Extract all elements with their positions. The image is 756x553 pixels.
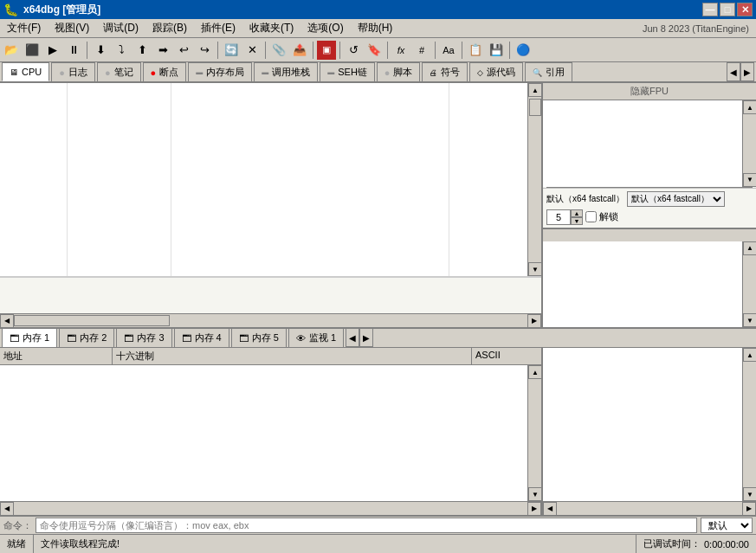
disasm-view[interactable]: ▲ ▼ xyxy=(0,83,541,277)
tb-run-to-ret[interactable]: ↩ xyxy=(174,41,193,60)
tb-attach[interactable]: 📎 xyxy=(269,41,288,60)
mem-hscroll-right[interactable]: ▶ xyxy=(527,502,541,516)
mem-scroll-track[interactable] xyxy=(528,379,541,487)
tab-mem4[interactable]: 🗔 内存 4 xyxy=(174,328,229,347)
arg-count-input[interactable] xyxy=(546,209,571,225)
hscroll-thumb[interactable] xyxy=(14,315,170,326)
tab-mem5[interactable]: 🗔 内存 5 xyxy=(231,328,287,347)
tab-watch1[interactable]: 👁 监视 1 xyxy=(288,328,344,347)
unlock-checkbox[interactable] xyxy=(585,211,597,222)
arg-spinbox[interactable]: ▲ ▼ xyxy=(546,209,583,225)
tb-copy[interactable]: 📋 xyxy=(466,41,485,60)
menu-view[interactable]: 视图(V) xyxy=(48,19,96,37)
stack-right-vscroll[interactable]: ▲ ▼ xyxy=(742,348,756,501)
stack-scroll-down[interactable]: ▼ xyxy=(743,313,756,327)
tab-cpu[interactable]: 🖥 CPU xyxy=(2,62,49,81)
tab-mem1[interactable]: 🗔 内存 1 xyxy=(2,328,57,347)
hscroll-right-btn[interactable]: ▶ xyxy=(527,314,541,328)
tb-step-out[interactable]: ⬆ xyxy=(132,41,152,60)
stack-right-down[interactable]: ▼ xyxy=(743,487,756,501)
mem-scroll-up[interactable]: ▲ xyxy=(528,365,542,379)
vscroll-down-btn[interactable]: ▼ xyxy=(528,262,541,276)
addr-column[interactable] xyxy=(0,83,68,276)
tb-close[interactable]: ✕ xyxy=(242,41,262,60)
stack-hscroll-right[interactable]: ▶ xyxy=(742,502,756,516)
tb-bookmark[interactable]: 🔖 xyxy=(365,41,384,60)
stack-vscrollbar[interactable]: ▲ ▼ xyxy=(742,241,756,328)
mem-content[interactable] xyxy=(0,365,527,501)
tab-nav-right[interactable]: ▶ xyxy=(740,62,754,81)
reg-vscrollbar[interactable]: ▲ ▼ xyxy=(742,100,756,187)
stack-right-up[interactable]: ▲ xyxy=(743,348,756,362)
menu-trace[interactable]: 跟踪(B) xyxy=(145,19,194,37)
stack-right-track[interactable] xyxy=(743,362,756,487)
stack-values[interactable] xyxy=(543,241,742,328)
tb-settings[interactable]: 🔵 xyxy=(514,41,533,60)
tb-run[interactable]: ▶ xyxy=(43,41,62,60)
stack-hscroll[interactable]: ◀ ▶ xyxy=(543,501,756,515)
tb-pause[interactable]: ⏸ xyxy=(64,41,83,60)
maximize-button[interactable]: □ xyxy=(720,3,735,16)
tb-refresh[interactable]: ↺ xyxy=(344,41,363,60)
mem-hscroll-left[interactable]: ◀ xyxy=(0,502,14,516)
tb-stop[interactable]: ⬛ xyxy=(23,41,42,60)
stack-scroll-track[interactable] xyxy=(743,255,756,314)
tb-hash[interactable]: # xyxy=(412,41,431,60)
bottom-tab-nav-left[interactable]: ◀ xyxy=(346,328,359,347)
comment-column[interactable] xyxy=(449,83,527,276)
tb-back[interactable]: ↪ xyxy=(195,41,214,60)
mem-vscrollbar[interactable]: ▲ ▼ xyxy=(527,365,541,501)
tab-mem3[interactable]: 🗔 内存 3 xyxy=(116,328,171,347)
menu-file[interactable]: 文件(F) xyxy=(0,19,48,37)
tb-open[interactable]: 📂 xyxy=(2,41,21,60)
stack-hscroll-left[interactable]: ◀ xyxy=(543,502,557,516)
menu-favorites[interactable]: 收藏夹(T) xyxy=(242,19,300,37)
tb-detach[interactable]: 📤 xyxy=(290,41,309,60)
menu-options[interactable]: 选项(O) xyxy=(300,19,350,37)
hscroll-left-btn[interactable]: ◀ xyxy=(0,314,14,328)
menu-plugins[interactable]: 插件(E) xyxy=(194,19,242,37)
tab-script[interactable]: ● 脚本 xyxy=(377,62,421,81)
tab-symbols[interactable]: 🖨 符号 xyxy=(422,62,468,81)
tab-refs[interactable]: 🔍 引用 xyxy=(525,62,572,81)
bottom-tab-nav-right[interactable]: ▶ xyxy=(359,328,373,347)
cmd-input[interactable] xyxy=(36,518,697,533)
tb-fx[interactable]: fx xyxy=(391,41,410,60)
vscroll-thumb[interactable] xyxy=(529,99,541,116)
spinbox-up[interactable]: ▲ xyxy=(571,209,583,217)
tab-breakpoints[interactable]: ● 断点 xyxy=(143,62,187,81)
tab-nav-left[interactable]: ◀ xyxy=(727,62,740,81)
vscroll-up-btn[interactable]: ▲ xyxy=(528,83,541,97)
menu-debug[interactable]: 调试(D) xyxy=(96,19,145,37)
cpu-hscrollbar[interactable]: ◀ ▶ xyxy=(0,313,541,327)
disasm-column[interactable] xyxy=(171,83,449,276)
mem-hscrollbar[interactable]: ◀ ▶ xyxy=(0,501,541,515)
fpu-header[interactable]: 隐藏FPU xyxy=(543,83,756,100)
stack-scroll-up[interactable]: ▲ xyxy=(743,241,756,255)
tb-font[interactable]: Aa xyxy=(439,41,458,60)
hex-column[interactable] xyxy=(68,83,171,276)
tab-mem2[interactable]: 🗔 内存 2 xyxy=(59,328,114,347)
reg-vscroll-up[interactable]: ▲ xyxy=(743,100,756,114)
reg-vscroll-down[interactable]: ▼ xyxy=(743,173,756,187)
minimize-button[interactable]: — xyxy=(702,3,718,16)
disasm-vscrollbar[interactable]: ▲ ▼ xyxy=(527,83,541,276)
tab-log[interactable]: ● 日志 xyxy=(51,62,95,81)
tb-patch[interactable]: ▣ xyxy=(317,41,336,60)
callingconv-dropdown[interactable]: 默认（x64 fastcall） xyxy=(627,191,725,207)
vscroll-track[interactable] xyxy=(528,97,541,262)
cmd-dropdown[interactable]: 默认 xyxy=(701,518,753,533)
tb-restart[interactable]: 🔄 xyxy=(222,41,241,60)
tab-memory[interactable]: ▬ 内存布局 xyxy=(188,62,252,81)
tb-run-to-call[interactable]: ➡ xyxy=(153,41,172,60)
menu-help[interactable]: 帮助(H) xyxy=(351,19,400,37)
tab-seh[interactable]: ▬ SEH链 xyxy=(320,62,375,81)
tab-callstack[interactable]: ▬ 调用堆栈 xyxy=(254,62,318,81)
reg-vscroll-track[interactable] xyxy=(743,114,756,173)
tb-step-into[interactable]: ⬇ xyxy=(91,41,110,60)
tab-notes[interactable]: ● 笔记 xyxy=(97,62,141,81)
tb-step-over[interactable]: ⤵ xyxy=(112,41,131,60)
tb-save[interactable]: 💾 xyxy=(487,41,506,60)
tab-source[interactable]: ◇ 源代码 xyxy=(469,62,523,81)
stack-data[interactable] xyxy=(543,348,742,501)
